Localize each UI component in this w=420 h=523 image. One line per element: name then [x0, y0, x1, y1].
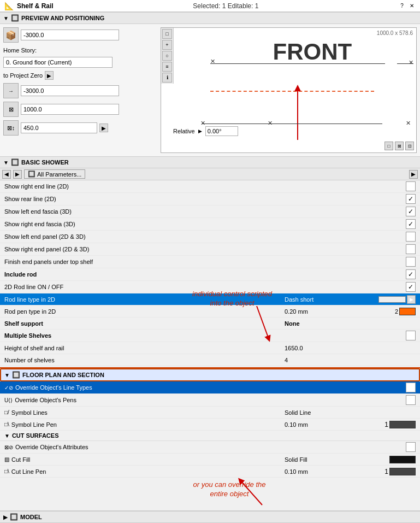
cut-surfaces-section: ▼ CUT SURFACES ⊠⊘ Override Object's Attr… [0, 431, 420, 510]
relative-arrow[interactable]: ▶ [198, 128, 202, 134]
home-story-row: 0. Ground floor (Current) [3, 57, 156, 68]
floor-label: FLOOR PLAN AND SECTION [22, 372, 104, 378]
y-input-row: → [3, 83, 156, 98]
model-toggle[interactable]: ▶ [3, 514, 8, 520]
depth-input[interactable] [21, 122, 97, 133]
depth-icon: ⊠↕ [3, 120, 19, 136]
checkbox-5[interactable] [406, 232, 416, 242]
position-icon: 📦 [3, 27, 19, 43]
front-label: FRONT [273, 39, 352, 65]
depth-arrow[interactable]: ▶ [99, 124, 108, 132]
symbol-lines-icon: □/ [4, 409, 9, 415]
params-toolbar: ◀ ▶ 🔲 All Parameters... ▶ [0, 168, 420, 180]
cut-surfaces-label: CUT SURFACES [12, 432, 59, 439]
floor-row: □/ Symbol Lines Solid Line [0, 407, 420, 419]
next-btn[interactable]: ▶ [13, 170, 22, 179]
all-params-btn[interactable]: 🔲 All Parameters... [24, 169, 85, 179]
scroll-right-btn[interactable]: ▶ [407, 295, 416, 304]
checkbox-9[interactable] [406, 282, 416, 292]
cut-pen-number: 1 [384, 468, 388, 475]
checkbox-13[interactable] [406, 331, 416, 340]
model-icon: 🔲 [10, 513, 18, 521]
home-story-dropdown[interactable]: 0. Ground floor (Current) [3, 57, 113, 68]
cut-fill-icon: ▨ [4, 456, 9, 462]
depth-input-row: ⊠↕ ▶ [3, 120, 156, 136]
table-row: Finish end panels under top shelf [0, 256, 420, 268]
shower-section: ▼ 🔲 BASIC SHOWER ◀ ▶ 🔲 All Parameters...… [0, 156, 420, 367]
model-section-header: ▶ 🔲 MODEL [0, 511, 420, 523]
override-pens-checkbox[interactable] [406, 395, 416, 405]
floor-icon: 🔲 [12, 371, 20, 379]
dash-preview[interactable] [378, 296, 406, 303]
y-input[interactable] [21, 85, 119, 96]
preview-section: ▼ 🔲 PREVIEW AND POSITIONING 📦 Home Story… [0, 12, 420, 156]
checkbox-3[interactable] [406, 207, 416, 216]
checkbox-7[interactable] [406, 257, 416, 267]
floor-toggle[interactable]: ▼ [4, 372, 10, 378]
bottom-icon-3[interactable]: ⊡ [405, 142, 414, 150]
all-params-label: All Parameters... [37, 171, 81, 178]
cut-surfaces-toggle[interactable]: ▼ [4, 433, 10, 439]
viewport-wrapper: □ + ○ ≡ ℹ 1000.0 x 578.6 FRONT ✕ [161, 27, 417, 153]
dash-line [210, 91, 374, 92]
h-line-3 [202, 124, 382, 124]
app-icon: 📐 [4, 2, 14, 10]
symbol-pen-color[interactable] [389, 421, 416, 428]
width-input-row: ⊠ [3, 102, 156, 117]
expand-btn[interactable]: ▶ [409, 170, 418, 179]
h-line-1 [210, 63, 385, 64]
floor-row-selected[interactable]: ✓⊘ Override Object's Line Types [0, 381, 420, 394]
selected-info: Selected: 1 Editable: 1 [193, 2, 258, 10]
x-input-row: 📦 [3, 27, 156, 43]
table-row: Rod pen type in 2D 0.20 mm 2 [0, 305, 420, 318]
cut-row: ▨ Cut Fill Solid Fill [0, 454, 420, 466]
width-input[interactable] [21, 104, 119, 115]
prev-btn[interactable]: ◀ [2, 170, 11, 179]
shower-section-header: ▼ 🔲 BASIC SHOWER [0, 156, 420, 168]
preview-content: 📦 Home Story: 0. Ground floor (Current) … [0, 24, 420, 156]
checkbox-1[interactable] [406, 181, 416, 191]
table-row: Height of shelf and rail 1650.0 [0, 342, 420, 354]
cut-surfaces-header: ▼ CUT SURFACES [0, 431, 420, 441]
main-container: ▼ 🔲 PREVIEW AND POSITIONING 📦 Home Story… [0, 12, 420, 523]
cross-marker-5: ✕ [406, 120, 411, 127]
table-row-selected[interactable]: Rod line type in 2D Dash short ▶ [0, 293, 420, 305]
preview-viewport: □ + ○ ≡ ℹ 1000.0 x 578.6 FRONT ✕ [161, 27, 417, 153]
bottom-icon-2[interactable]: ⊠ [395, 142, 404, 150]
cut-row: ⊠⊘ Override Object's Attributes [0, 441, 420, 454]
to-project-label: to Project Zero [3, 72, 43, 79]
shower-toggle[interactable]: ▼ [3, 160, 9, 166]
floor-section-header: ▼ 🔲 FLOOR PLAN AND SECTION [0, 368, 420, 381]
preview-label: PREVIEW AND POSITIONING [21, 15, 104, 21]
cut-pen-color[interactable] [389, 468, 416, 475]
cross-marker-2: ✕ [409, 59, 413, 66]
shower-label: BASIC SHOWER [21, 159, 69, 166]
bottom-icons: □ ⊠ ⊡ [384, 142, 414, 150]
relative-row: Relative ▶ [173, 126, 238, 136]
checkbox-8[interactable] [406, 269, 416, 279]
help-button[interactable]: ? [398, 2, 406, 10]
all-params-icon: 🔲 [28, 171, 36, 178]
window-controls: ? ✕ [398, 2, 416, 10]
table-row: Show rear line (2D) [0, 193, 420, 205]
to-project-row: to Project Zero ▶ [3, 71, 156, 80]
checkbox-4[interactable] [406, 219, 416, 229]
table-row: Show left end fascia (3D) [0, 205, 420, 218]
override-attrs-checkbox[interactable] [406, 442, 416, 452]
checkbox-2[interactable] [406, 194, 416, 204]
angle-input[interactable] [205, 126, 238, 136]
override-line-types-checkbox[interactable] [406, 383, 416, 392]
checkbox-6[interactable] [406, 244, 416, 254]
table-row: Show left end panel (2D & 3D) [0, 231, 420, 243]
model-label: MODEL [20, 514, 42, 520]
cut-fill-color[interactable] [389, 456, 416, 463]
to-project-arrow[interactable]: ▶ [45, 71, 54, 80]
rod-pen-color[interactable] [399, 308, 416, 315]
close-button[interactable]: ✕ [408, 2, 416, 10]
floor-row: U⟨⟩ Override Object's Pens [0, 394, 420, 407]
preview-toggle[interactable]: ▼ [3, 15, 9, 21]
symbol-pen-icon: □\ [4, 421, 9, 427]
x-input[interactable] [21, 30, 119, 40]
svg-line-5 [240, 480, 262, 505]
bottom-icon-1[interactable]: □ [384, 142, 393, 150]
